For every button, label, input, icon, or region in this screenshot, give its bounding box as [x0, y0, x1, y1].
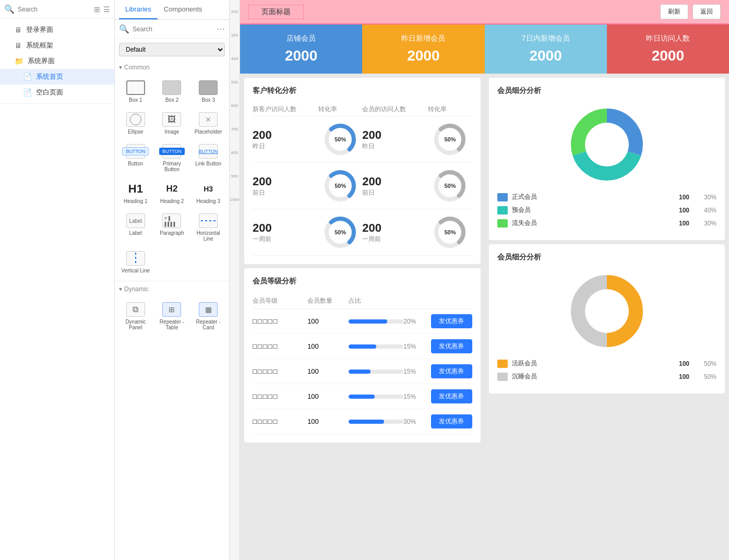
component-box2[interactable]: Box 2	[156, 77, 189, 106]
stat-card-3: 昨日访问人数 2000	[607, 25, 729, 74]
tab-components[interactable]: Components	[158, 0, 209, 19]
component-hline[interactable]: Horizontal Line	[192, 210, 225, 245]
sidebar-nav: 🖥 登录界面 🖥 系统框架 📁 系统界面 📄 系统首页 📄 空白页面	[0, 19, 114, 104]
component-box3[interactable]: Box 3	[192, 77, 225, 106]
list-icon[interactable]: ☰	[103, 5, 110, 14]
sidebar-item-label: 系统界面	[28, 56, 55, 66]
component-label: Heading 3	[196, 198, 220, 204]
level-name-4: □□□□□	[253, 418, 307, 425]
stat-value-1: 2000	[373, 47, 474, 64]
grid-icon[interactable]: ⊞	[94, 5, 100, 14]
gauge-label-1a: 50%	[334, 183, 346, 189]
refresh-button[interactable]: 刷新	[660, 4, 688, 19]
gauge-label-0a: 50%	[334, 136, 346, 142]
legend-val-2: 100	[675, 220, 694, 227]
sidebar-item-blank[interactable]: 📄 空白页面	[0, 85, 114, 100]
main-canvas: 200 300 400 500 600 700 800 900 1000 页面标…	[230, 0, 729, 560]
legend-color-2	[497, 219, 508, 228]
progress-bg-3	[349, 395, 403, 399]
panel-search-bar[interactable]: 🔍 ⋯	[115, 20, 229, 39]
conv-mem-visitors-1: 200 前日	[362, 175, 428, 197]
gauge-1b: 50%	[428, 169, 472, 202]
component-paragraph[interactable]: P ▌▌▌▌▌ Paragraph	[156, 210, 189, 245]
level-row-4: □□□□□ 100 30% 发优惠券	[253, 409, 472, 434]
component-primary-button[interactable]: BUTTON Primary Button	[156, 141, 189, 175]
label-icon: Label	[126, 213, 145, 228]
component-heading1[interactable]: H1 Heading 1	[119, 178, 152, 207]
sidebar-item-label: 系统框架	[26, 41, 53, 50]
stat-value-0: 2000	[250, 47, 352, 64]
sidebar-search-bar[interactable]: 🔍 ⊞ ☰	[0, 0, 114, 19]
level-pct-1: 15%	[403, 343, 431, 350]
legend-val-3: 100	[675, 360, 694, 367]
coupon-btn-3[interactable]: 发优惠券	[431, 389, 472, 403]
sidebar-search-input[interactable]	[18, 6, 91, 13]
component-label[interactable]: Label Label	[119, 210, 152, 245]
dashboard-main: 客户转化分析 新客户访问人数 转化率 会员的访问人数 转化率 200 昨日	[240, 74, 729, 447]
sidebar-item-system[interactable]: 📁 系统界面	[0, 53, 114, 69]
back-button[interactable]: 返回	[692, 4, 721, 19]
coupon-btn-2[interactable]: 发优惠券	[431, 364, 472, 378]
component-box1[interactable]: Box 1	[119, 77, 152, 106]
button-icon: BUTTON	[126, 144, 145, 159]
page-icon: 📄	[23, 73, 32, 81]
canvas-topbar: 页面标题 刷新 返回	[240, 0, 729, 25]
level-count-3: 100	[307, 392, 349, 400]
component-dynamic-panel[interactable]: ⧉ Dynamic Panel	[119, 299, 152, 333]
progress-fill-2	[349, 370, 371, 374]
dynamic-components-grid: ⧉ Dynamic Panel ⊞ Repeater - Table ▦ Rep…	[115, 296, 229, 337]
legend-pct-2: 30%	[698, 220, 716, 227]
conversion-card: 客户转化分析 新客户访问人数 转化率 会员的访问人数 转化率 200 昨日	[244, 78, 481, 264]
level-pct-2: 15%	[403, 368, 431, 375]
level-name-2: □□□□□	[253, 367, 307, 375]
project-sidebar: 🔍 ⊞ ☰ 🖥 登录界面 🖥 系统框架 📁 系统界面 📄 系统首页 📄 空白页面	[0, 0, 115, 560]
component-vline[interactable]: Vertical Line	[119, 248, 152, 277]
svg-point-15	[585, 123, 629, 166]
donut-chart-2	[497, 269, 717, 353]
legend-row-1: 预会员 100 40%	[497, 206, 717, 215]
level-pct-4: 30%	[403, 418, 431, 425]
page-icon: 🖥	[15, 41, 22, 50]
coupon-btn-1[interactable]: 发优惠券	[431, 339, 472, 353]
component-ellipse[interactable]: Ellipse	[119, 109, 152, 138]
coupon-btn-4[interactable]: 发优惠券	[431, 414, 472, 428]
component-label: Placeholder	[195, 129, 222, 135]
stats-row: 店铺会员 2000 昨日新增会员 2000 7日内新增会员 2000 昨日访问人…	[240, 25, 729, 74]
component-heading2[interactable]: H2 Heading 2	[156, 178, 189, 207]
sidebar-item-framework[interactable]: 🖥 系统框架	[0, 38, 114, 53]
level-name-3: □□□□□	[253, 392, 307, 400]
gauge-0a: 50%	[318, 123, 362, 156]
sidebar-item-login[interactable]: 🖥 登录界面	[0, 22, 114, 38]
horizontal-line-icon	[199, 213, 218, 228]
sidebar-item-home[interactable]: 📄 系统首页	[0, 69, 114, 85]
progress-bg-1	[349, 344, 403, 349]
repeater-table-icon: ⊞	[162, 302, 181, 317]
component-heading3[interactable]: H3 Heading 3	[192, 178, 225, 207]
coupon-btn-0[interactable]: 发优惠券	[431, 314, 472, 328]
component-repeater-table[interactable]: ⊞ Repeater - Table	[156, 299, 189, 333]
library-dropdown[interactable]: Default	[119, 43, 225, 56]
level-name-0: □□□□□	[253, 317, 307, 325]
component-placeholder[interactable]: ✕ Placeholder	[192, 109, 225, 138]
placeholder-icon: ✕	[199, 112, 218, 127]
conv-row-0: 200 昨日 50%	[253, 116, 472, 163]
component-button[interactable]: BUTTON Button	[119, 141, 152, 175]
conv-new-visitors-1: 200 前日	[253, 175, 318, 197]
conv-h2: 会员的访问人数	[362, 105, 428, 114]
tab-libraries[interactable]: Libraries	[119, 0, 158, 19]
component-repeater-card[interactable]: ▦ Repeater - Card	[192, 299, 225, 333]
member-fine-card-1: 会员细分分析	[489, 78, 725, 240]
conv-row-2: 200 一周前 50%	[253, 209, 472, 256]
member-level-title: 会员等级分析	[253, 277, 472, 286]
component-label: Image	[165, 129, 180, 135]
member-fine-title-1: 会员细分分析	[497, 86, 717, 96]
component-link-button[interactable]: BUTTON Link Button	[192, 141, 225, 175]
legend-name-0: 正式会员	[512, 193, 671, 201]
search-icon: 🔍	[119, 24, 129, 34]
more-options-icon[interactable]: ⋯	[217, 24, 225, 34]
component-image[interactable]: 🖼 Image	[156, 109, 189, 138]
progress-fill-3	[349, 395, 375, 399]
progress-fill-1	[349, 344, 376, 349]
repeater-card-icon: ▦	[199, 302, 218, 317]
panel-search-input[interactable]	[133, 26, 213, 33]
